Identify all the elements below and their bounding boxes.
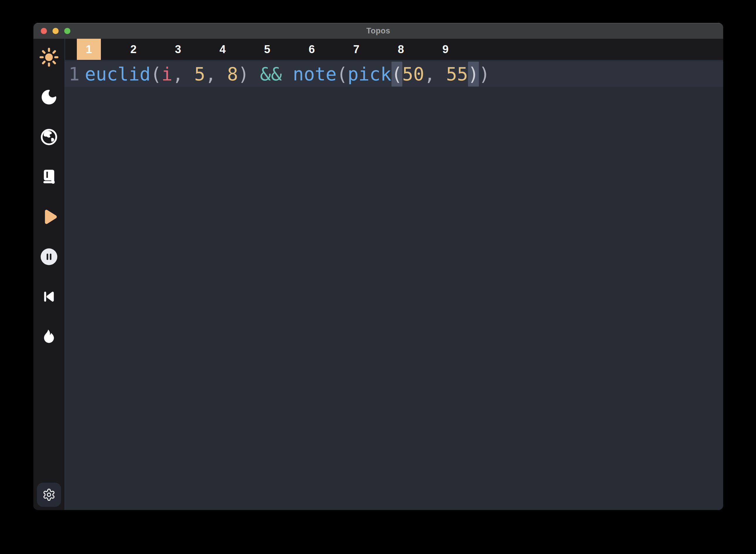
tab-5[interactable]: 5 [255,39,279,60]
play-button[interactable] [39,207,59,227]
tab-8[interactable]: 8 [389,39,413,60]
rewind-button[interactable] [39,287,59,307]
code-line: 1euclid(i, 5, 8) && note(pick(50, 55)) [65,61,723,87]
code-token [249,63,260,85]
sidebar [34,39,65,510]
tab-2[interactable]: 2 [121,39,145,60]
tab-6[interactable]: 6 [300,39,324,60]
flame-button[interactable] [39,327,59,346]
code-token: 50 [402,63,424,85]
code-token: euclid [85,63,150,85]
app-window: Topos [34,23,723,510]
skip-back-icon [41,288,58,305]
titlebar: Topos [34,23,723,39]
globe-button[interactable] [39,127,59,147]
code-token: && [260,63,282,85]
content-row: 123456789 1euclid(i, 5, 8) && note(pick(… [34,39,723,510]
docs-button[interactable] [39,167,59,186]
traffic-lights [41,23,70,39]
moon-icon [40,88,58,106]
sun-icon [39,47,59,67]
settings-button[interactable] [37,483,61,507]
code-token: i [162,63,173,85]
code-token: 5 [194,63,205,85]
code-token [282,63,293,85]
code-tokens: euclid(i, 5, 8) && note(pick(50, 55)) [85,63,490,85]
code-token: , [424,63,446,85]
light-theme-button[interactable] [39,48,59,67]
code-token: ( [150,63,161,85]
code-token: ( [391,62,402,87]
tab-7[interactable]: 7 [344,39,368,60]
code-token: ) [479,63,490,85]
globe-icon [40,128,58,147]
minimize-button[interactable] [53,28,59,34]
pause-icon [40,247,58,266]
code-token: 8 [227,63,238,85]
code-token: ) [468,62,479,87]
dark-theme-button[interactable] [39,88,59,107]
close-button[interactable] [41,28,47,34]
code-token: , [173,63,194,85]
editor[interactable]: 1euclid(i, 5, 8) && note(pick(50, 55)) [65,60,723,510]
code-token: , [205,63,227,85]
code-token: ) [238,63,249,85]
book-icon [40,168,58,186]
tab-1[interactable]: 1 [77,39,101,60]
pause-button[interactable] [39,247,59,266]
code-token: ( [337,63,348,85]
flame-icon [41,328,58,345]
play-icon [39,207,59,227]
tab-bar: 123456789 [65,39,723,60]
tab-9[interactable]: 9 [433,39,457,60]
code-token: pick [348,63,391,85]
code-token: note [293,63,337,85]
gear-icon [42,488,56,501]
line-number: 1 [69,63,79,85]
window-title: Topos [366,26,390,36]
tab-4[interactable]: 4 [210,39,235,60]
zoom-button[interactable] [64,28,70,34]
code-token: 55 [446,63,468,85]
tab-3[interactable]: 3 [166,39,190,60]
main-area: 123456789 1euclid(i, 5, 8) && note(pick(… [65,39,723,510]
